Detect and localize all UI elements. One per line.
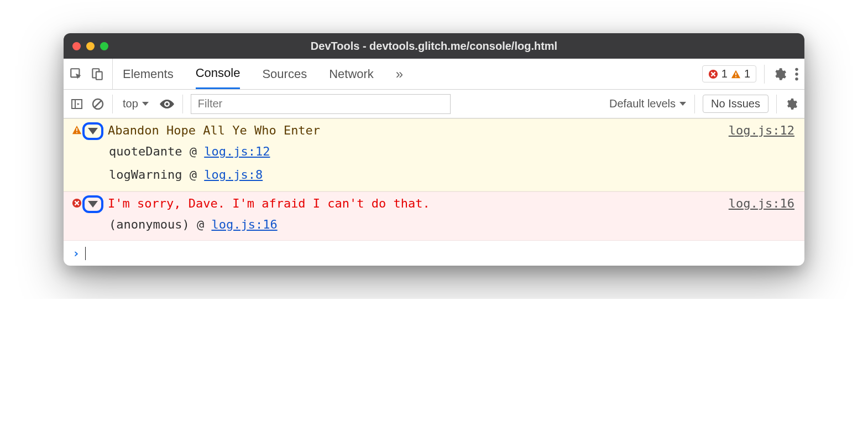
- trace-frame: quoteDante @ log.js:12: [109, 140, 794, 163]
- clear-console-icon[interactable]: [91, 97, 104, 111]
- console-settings-gear-icon[interactable]: [785, 97, 798, 111]
- separator: [694, 95, 695, 113]
- error-icon: [70, 198, 83, 208]
- text-cursor: [85, 247, 86, 260]
- source-link[interactable]: log.js:12: [729, 123, 794, 137]
- stack-trace: (anonymous) @ log.js:16: [70, 213, 794, 236]
- warning-icon: [731, 69, 741, 79]
- error-warning-summary[interactable]: 1 1: [702, 65, 756, 82]
- console-messages: Abandon Hope All Ye Who Enter log.js:12 …: [64, 118, 804, 266]
- svg-rect-15: [76, 132, 77, 133]
- tab-console[interactable]: Console: [196, 59, 240, 89]
- context-selector[interactable]: top: [121, 97, 151, 110]
- log-levels-selector[interactable]: Default levels: [609, 97, 687, 110]
- traffic-lights: [72, 42, 108, 50]
- settings-gear-icon[interactable]: [772, 67, 787, 81]
- svg-rect-9: [72, 100, 82, 108]
- svg-point-6: [795, 68, 798, 70]
- console-prompt[interactable]: ›: [64, 241, 804, 266]
- trace-fn: (anonymous): [109, 218, 190, 231]
- expand-toggle[interactable]: [82, 195, 103, 213]
- trace-frame: (anonymous) @ log.js:16: [109, 213, 794, 236]
- tab-network[interactable]: Network: [329, 59, 374, 89]
- window-title: DevTools - devtools.glitch.me/console/lo…: [64, 40, 804, 53]
- warning-count: 1: [744, 68, 750, 80]
- console-message-error: I'm sorry, Dave. I'm afraid I can't do t…: [64, 191, 804, 241]
- trace-link[interactable]: log.js:12: [204, 144, 270, 158]
- expand-toggle[interactable]: [82, 122, 103, 140]
- levels-label: Default levels: [609, 97, 676, 110]
- sidebar-toggle-icon[interactable]: [70, 97, 83, 111]
- inspect-element-icon[interactable]: [69, 67, 83, 81]
- console-toolbar: top Default levels No Issues: [64, 90, 804, 118]
- source-link[interactable]: log.js:16: [729, 196, 794, 210]
- trace-link[interactable]: log.js:8: [204, 168, 263, 182]
- trace-fn: logWarning: [109, 168, 182, 182]
- message-text: I'm sorry, Dave. I'm afraid I can't do t…: [106, 196, 729, 210]
- devtools-window: DevTools - devtools.glitch.me/console/lo…: [64, 33, 804, 266]
- separator: [776, 95, 777, 113]
- svg-rect-2: [96, 71, 102, 79]
- trace-link[interactable]: log.js:16: [211, 218, 277, 231]
- separator: [764, 65, 765, 84]
- main-tabbar: Elements Console Sources Network » 1 1: [64, 59, 804, 90]
- context-label: top: [123, 97, 138, 110]
- trace-frame: logWarning @ log.js:8: [109, 163, 794, 187]
- warning-icon: [70, 125, 83, 135]
- kebab-menu-icon[interactable]: [794, 67, 799, 81]
- more-tabs-icon[interactable]: »: [396, 66, 403, 82]
- window-maximize-button[interactable]: [100, 42, 108, 50]
- tab-elements[interactable]: Elements: [123, 59, 174, 89]
- prompt-caret-icon: ›: [72, 246, 80, 260]
- trace-fn: quoteDante: [109, 144, 182, 158]
- window-minimize-button[interactable]: [86, 42, 95, 50]
- chevron-down-icon: [88, 201, 98, 208]
- svg-point-7: [795, 72, 798, 75]
- device-toggle-icon[interactable]: [90, 67, 104, 81]
- chevron-down-icon: [88, 128, 98, 134]
- chevron-down-icon: [679, 101, 687, 107]
- svg-rect-5: [735, 76, 736, 77]
- console-message-warn: Abandon Hope All Ye Who Enter log.js:12 …: [64, 118, 804, 191]
- stack-trace: quoteDante @ log.js:12 logWarning @ log.…: [70, 140, 794, 187]
- filter-input[interactable]: [191, 94, 451, 114]
- svg-point-13: [165, 102, 168, 105]
- error-count: 1: [721, 68, 728, 80]
- issues-button[interactable]: No Issues: [703, 95, 768, 113]
- window-close-button[interactable]: [72, 42, 81, 50]
- tab-sources[interactable]: Sources: [262, 59, 307, 89]
- error-icon: [708, 69, 718, 79]
- svg-line-12: [95, 101, 101, 107]
- svg-point-8: [795, 77, 798, 80]
- separator: [112, 95, 113, 113]
- live-expression-eye-icon[interactable]: [159, 99, 175, 110]
- chevron-down-icon: [142, 101, 149, 107]
- message-text: Abandon Hope All Ye Who Enter: [106, 123, 729, 137]
- titlebar: DevTools - devtools.glitch.me/console/lo…: [64, 33, 804, 59]
- svg-rect-4: [735, 72, 736, 75]
- separator: [182, 95, 183, 113]
- svg-rect-14: [76, 128, 77, 131]
